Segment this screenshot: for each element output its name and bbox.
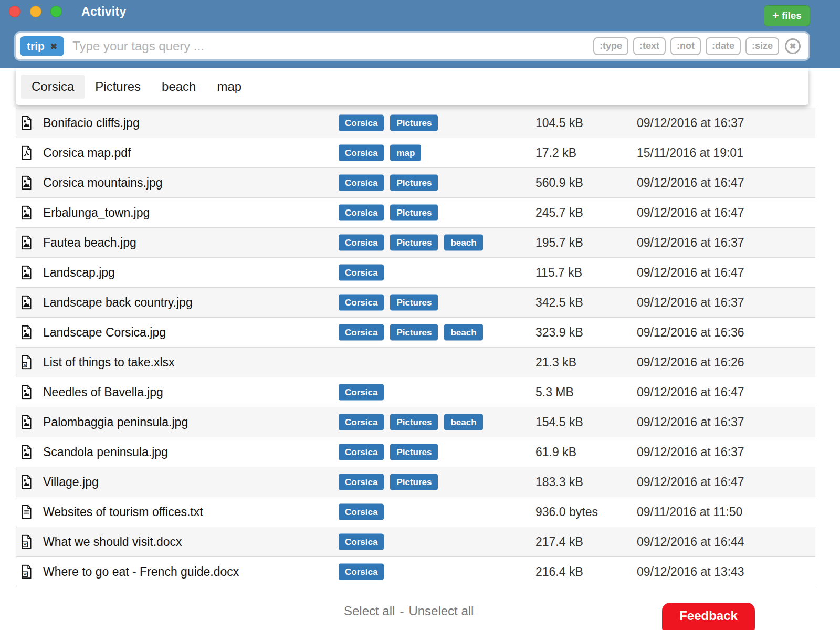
file-date: 09/12/2016 at 16:37 — [637, 445, 744, 459]
image-file-icon — [21, 176, 32, 190]
file-date: 09/12/2016 at 16:37 — [637, 415, 744, 429]
table-row[interactable]: Bonifacio cliffs.jpg CorsicaPictures 104… — [16, 108, 815, 138]
table-row[interactable]: Landscap.jpg Corsica 115.7 kB 09/12/2016… — [16, 257, 815, 287]
image-file-icon — [21, 385, 32, 400]
filter-button-not[interactable]: :not — [670, 37, 701, 55]
svg-text:x: x — [24, 362, 26, 367]
tag-pill-corsica[interactable]: Corsica — [339, 115, 384, 131]
feedback-button[interactable]: Feedback — [662, 603, 755, 630]
table-row[interactable]: w Where to go eat - French guide.docx Co… — [16, 556, 815, 586]
tag-pill-pictures[interactable]: Pictures — [390, 414, 438, 430]
table-row[interactable]: x List of things to take.xlsx 21.3 kB 09… — [16, 347, 815, 377]
table-row[interactable]: Websites of tourism offices.txt Corsica … — [16, 497, 815, 527]
tag-pill-beach[interactable]: beach — [444, 324, 482, 341]
table-row[interactable]: Needles of Bavella.jpg Corsica 5.3 MB 09… — [16, 377, 815, 407]
table-row[interactable]: Fautea beach.jpg CorsicaPicturesbeach 19… — [16, 227, 815, 257]
file-tags: Corsicamap — [339, 145, 421, 161]
filter-button-text[interactable]: :text — [633, 37, 666, 55]
suggestion-corsica[interactable]: Corsica — [21, 75, 85, 99]
file-tags: CorsicaPictures — [339, 295, 438, 311]
tag-pill-corsica[interactable]: Corsica — [339, 145, 384, 161]
file-tags: CorsicaPictures — [339, 205, 438, 221]
tag-pill-corsica[interactable]: Corsica — [339, 534, 384, 550]
file-name: Scandola peninsula.jpg — [43, 445, 168, 459]
table-row[interactable]: w What we should visit.docx Corsica 217.… — [16, 527, 815, 556]
table-row[interactable]: Corsica mountains.jpg CorsicaPictures 56… — [16, 167, 815, 197]
tag-pill-corsica[interactable]: Corsica — [339, 563, 384, 580]
svg-text:w: w — [23, 572, 27, 576]
image-file-icon — [21, 326, 32, 340]
close-window-button[interactable] — [9, 6, 20, 17]
tag-pill-pictures[interactable]: Pictures — [390, 324, 438, 341]
file-size: 115.7 kB — [536, 266, 582, 280]
tags-query-input[interactable] — [71, 38, 593, 54]
select-all-link[interactable]: Select all — [344, 604, 395, 618]
suggestion-pictures[interactable]: Pictures — [85, 75, 151, 99]
tag-pill-pictures[interactable]: Pictures — [390, 444, 438, 460]
chip-remove-icon[interactable]: ✖ — [50, 41, 57, 51]
tag-pill-corsica[interactable]: Corsica — [339, 444, 384, 460]
tag-pill-corsica[interactable]: Corsica — [339, 414, 384, 430]
search-chips: trip✖ — [16, 36, 64, 56]
add-files-label: files — [782, 10, 802, 22]
file-size: 342.5 kB — [536, 296, 583, 310]
search-chip-trip[interactable]: trip✖ — [20, 36, 64, 56]
file-tags: Corsica — [339, 504, 384, 520]
zoom-window-button[interactable] — [50, 6, 62, 17]
tag-pill-pictures[interactable]: Pictures — [390, 295, 438, 311]
tag-pill-pictures[interactable]: Pictures — [390, 235, 438, 251]
image-file-icon — [21, 236, 32, 250]
filter-button-type[interactable]: :type — [593, 37, 628, 55]
tag-suggestions-dropdown: CorsicaPicturesbeachmap — [16, 68, 808, 105]
tag-pill-corsica[interactable]: Corsica — [339, 235, 384, 251]
file-date: 09/12/2016 at 16:47 — [637, 206, 744, 220]
tag-pill-corsica[interactable]: Corsica — [339, 205, 384, 221]
table-row[interactable]: Erbalunga_town.jpg CorsicaPictures 245.7… — [16, 197, 815, 227]
table-row[interactable]: Palombaggia peninsula.jpg CorsicaPicture… — [16, 407, 815, 437]
tag-pill-corsica[interactable]: Corsica — [339, 504, 384, 520]
chip-label: trip — [27, 40, 45, 52]
file-tags: Corsica — [339, 563, 384, 580]
minimize-window-button[interactable] — [30, 6, 41, 17]
tag-pill-corsica[interactable]: Corsica — [339, 265, 384, 281]
file-date: 09/12/2016 at 13:43 — [637, 564, 744, 579]
table-row[interactable]: Corsica map.pdf Corsicamap 17.2 kB 15/11… — [16, 138, 815, 167]
tag-pill-corsica[interactable]: Corsica — [339, 295, 384, 311]
tag-pill-corsica[interactable]: Corsica — [339, 384, 384, 401]
file-tags: CorsicaPicturesbeach — [339, 324, 483, 341]
filter-button-size[interactable]: :size — [746, 37, 779, 55]
table-row[interactable]: Landscape back country.jpg CorsicaPictur… — [16, 287, 815, 317]
filter-buttons: :type:text:not:date:size — [593, 37, 784, 55]
add-files-button[interactable]: + files — [764, 5, 810, 26]
file-size: 560.9 kB — [536, 176, 583, 190]
tag-pill-pictures[interactable]: Pictures — [390, 474, 438, 490]
suggestion-beach[interactable]: beach — [151, 75, 206, 99]
file-tags: CorsicaPictures — [339, 444, 438, 460]
tag-pill-beach[interactable]: beach — [444, 414, 482, 430]
table-row[interactable]: Landscape Corsica.jpg CorsicaPicturesbea… — [16, 317, 815, 347]
unselect-all-link[interactable]: Unselect all — [408, 604, 474, 618]
tag-pill-beach[interactable]: beach — [444, 235, 482, 251]
clear-search-icon[interactable]: ✖ — [785, 38, 801, 54]
tag-pill-map[interactable]: map — [390, 145, 421, 161]
tag-pill-pictures[interactable]: Pictures — [390, 205, 438, 221]
image-file-icon — [21, 266, 32, 280]
table-row[interactable]: Village.jpg CorsicaPictures 183.3 kB 09/… — [16, 467, 815, 497]
tag-pill-pictures[interactable]: Pictures — [390, 175, 438, 191]
excel-file-icon: x — [21, 355, 32, 370]
tag-pill-pictures[interactable]: Pictures — [390, 115, 438, 131]
file-date: 09/12/2016 at 16:44 — [637, 535, 744, 549]
image-file-icon — [21, 206, 32, 220]
pdf-file-icon — [21, 146, 32, 160]
table-row[interactable]: Scandola peninsula.jpg CorsicaPictures 6… — [16, 437, 815, 467]
suggestion-map[interactable]: map — [206, 75, 252, 99]
tag-pill-corsica[interactable]: Corsica — [339, 175, 384, 191]
file-size: 183.3 kB — [536, 475, 583, 489]
word-file-icon: w — [21, 564, 32, 579]
filter-button-date[interactable]: :date — [706, 37, 741, 55]
tag-pill-corsica[interactable]: Corsica — [339, 474, 384, 490]
file-date: 09/12/2016 at 16:47 — [637, 475, 744, 489]
file-size: 17.2 kB — [536, 146, 576, 160]
tag-pill-corsica[interactable]: Corsica — [339, 324, 384, 341]
file-name: Corsica mountains.jpg — [43, 176, 163, 190]
